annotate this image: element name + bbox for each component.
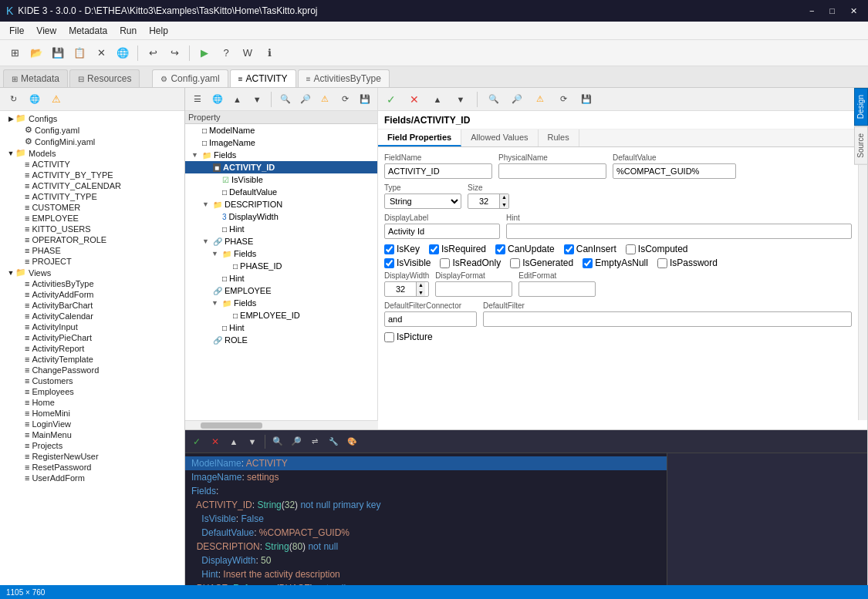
prop-node-hint[interactable]: □ Hint <box>185 223 377 235</box>
resources-button[interactable]: 🌐 <box>113 43 133 63</box>
tree-node-employee[interactable]: ≡ EMPLOYEE <box>0 213 184 224</box>
history-btn[interactable]: ⟳ <box>553 89 573 109</box>
tree-node-activityaddform[interactable]: ≡ ActivityAddForm <box>0 289 184 300</box>
emptyasnull-item[interactable]: EmptyAsNull <box>583 257 648 268</box>
phase-fields-expand[interactable]: ▼ <box>211 250 222 257</box>
tree-node-views[interactable]: ▼ 📁 Views <box>0 267 184 278</box>
tree-node-configminiyaml[interactable]: ⚙ ConfigMini.yaml <box>0 136 184 147</box>
open-button[interactable]: 📂 <box>26 43 46 63</box>
tree-node-homemini[interactable]: ≡ HomeMini <box>0 408 184 419</box>
empfields-expand[interactable]: ▼ <box>211 299 222 307</box>
tab-activitiesbytype[interactable]: ≡ ActivitiesByType <box>298 69 390 87</box>
search-btn[interactable]: 🔍 <box>484 89 504 109</box>
canupdate-item[interactable]: CanUpdate <box>495 244 555 254</box>
tab-rules[interactable]: Rules <box>539 130 579 146</box>
type-select[interactable]: String Integer Float Date Boolean <box>384 193 461 209</box>
prop-node-role[interactable]: 🔗 ROLE <box>185 334 377 346</box>
tree-node-activity-type[interactable]: ≡ ACTIVITY_TYPE <box>0 191 184 202</box>
iscomputed-checkbox[interactable] <box>626 244 636 254</box>
code-reject-btn[interactable]: ✕ <box>207 433 224 450</box>
minimize-button[interactable]: − <box>805 5 819 18</box>
menu-run[interactable]: Run <box>113 24 143 38</box>
tab-field-properties[interactable]: Field Properties <box>378 130 461 146</box>
emp-prop-expand[interactable] <box>202 287 213 294</box>
close-button[interactable]: ✕ <box>846 5 862 18</box>
redo-button[interactable]: ↪ <box>164 43 184 63</box>
menu-help[interactable]: Help <box>143 24 174 38</box>
size-spinner[interactable]: ▲ ▼ <box>468 193 509 209</box>
displaywidth-up[interactable]: ▲ <box>417 281 425 289</box>
code-format-btn[interactable]: ⇌ <box>306 433 323 450</box>
prop-node-phase-id[interactable]: □ PHASE_ID <box>185 260 377 272</box>
prop-node-employee[interactable]: 🔗 EMPLOYEE <box>185 284 377 297</box>
prop-history-btn[interactable]: ⟳ <box>336 89 354 109</box>
tree-node-loginview[interactable]: ≡ LoginView <box>0 419 184 429</box>
displaywidth-input[interactable] <box>385 283 416 295</box>
prop-node-displaywidth[interactable]: 3 DisplayWidth <box>185 210 377 223</box>
info-button[interactable]: ℹ <box>259 43 279 63</box>
configs-expand[interactable]: ▶ <box>6 115 15 123</box>
views-expand[interactable]: ▼ <box>6 269 15 277</box>
tab-configyaml[interactable]: ⚙ Config.yaml <box>152 69 228 87</box>
code-searchback-btn[interactable]: 🔎 <box>288 433 305 450</box>
tree-node-employees[interactable]: ≡ Employees <box>0 386 184 397</box>
tab-activity[interactable]: ≡ ACTIVITY <box>230 69 296 87</box>
description-expand[interactable]: ▼ <box>202 200 213 208</box>
new-button[interactable]: ⊞ <box>5 43 25 63</box>
ispassword-checkbox[interactable] <box>657 258 667 268</box>
tree-node-resetpassword[interactable]: ≡ ResetPassword <box>0 462 184 473</box>
design-tab[interactable]: Design <box>854 88 868 126</box>
prop-node-phase-hint[interactable]: □ Hint <box>185 272 377 284</box>
accept-button[interactable]: ✓ <box>381 89 401 109</box>
displaywidth-spinner[interactable]: ▲ ▼ <box>384 281 429 297</box>
tree-node-activitybarchart[interactable]: ≡ ActivityBarChart <box>0 300 184 311</box>
reject-button[interactable]: ✕ <box>404 89 424 109</box>
iskey-item[interactable]: IsKey <box>384 244 420 254</box>
defaultfilterconnector-input[interactable] <box>384 311 477 327</box>
down-btn[interactable]: ▼ <box>451 89 471 109</box>
tree-node-activity-calendar[interactable]: ≡ ACTIVITY_CALENDAR <box>0 180 184 191</box>
prop-up-btn[interactable]: ▲ <box>228 89 247 109</box>
displaywidth-down[interactable]: ▼ <box>417 289 425 297</box>
code-content[interactable]: ModelName: ACTIVITY ImageName: settings … <box>185 453 667 599</box>
tree-node-registernewuser[interactable]: ≡ RegisterNewUser <box>0 451 184 462</box>
emptyasnull-checkbox[interactable] <box>583 258 593 268</box>
prop-node-fields[interactable]: ▼ 📁 Fields <box>185 149 377 161</box>
isvisible-form-checkbox[interactable] <box>384 258 394 268</box>
tree-node-phase[interactable]: ≡ PHASE <box>0 245 184 256</box>
phase-prop-expand[interactable]: ▼ <box>202 237 213 245</box>
tree-node-changepassword[interactable]: ≡ ChangePassword <box>0 365 184 375</box>
prop-down-btn[interactable]: ▼ <box>248 89 266 109</box>
tree-node-configs[interactable]: ▶ 📁 Configs <box>0 113 184 124</box>
undo-button[interactable]: ↩ <box>143 43 163 63</box>
iskey-checkbox[interactable] <box>384 244 394 254</box>
tree-node-operator-role[interactable]: ≡ OPERATOR_ROLE <box>0 234 184 245</box>
prop-globe-btn[interactable]: 🌐 <box>208 89 227 109</box>
tab-resources[interactable]: ⊟ Resources <box>69 69 140 87</box>
size-input[interactable] <box>468 195 499 207</box>
sidebar-refresh-btn[interactable]: ↻ <box>3 89 23 109</box>
prop-warn-btn[interactable]: ⚠ <box>316 89 335 109</box>
tree-node-activitycalendar[interactable]: ≡ ActivityCalendar <box>0 311 184 321</box>
prop-node-modelname[interactable]: □ ModelName <box>185 124 377 136</box>
wiki-button[interactable]: W <box>238 43 258 63</box>
prop-node-isvisible[interactable]: ☑ IsVisible <box>185 173 377 186</box>
run-button[interactable]: ▶ <box>194 43 214 63</box>
prop-node-phase[interactable]: ▼ 🔗 PHASE <box>185 235 377 247</box>
prop-node-emp-hint[interactable]: □ Hint <box>185 321 377 334</box>
up-btn[interactable]: ▲ <box>427 89 448 109</box>
prop-zoomin-btn[interactable]: 🔍 <box>276 89 295 109</box>
save-button[interactable]: 💾 <box>48 43 68 63</box>
tree-node-customer[interactable]: ≡ CUSTOMER <box>0 202 184 213</box>
maximize-button[interactable]: □ <box>825 5 839 18</box>
code-down-btn[interactable]: ▼ <box>244 433 261 450</box>
tab-allowed-values[interactable]: Allowed Values <box>461 130 538 146</box>
tree-node-activityreport[interactable]: ≡ ActivityReport <box>0 343 184 354</box>
editformat-input[interactable] <box>518 281 596 297</box>
isreadonly-checkbox[interactable] <box>440 258 450 268</box>
defaultfilter-input[interactable] <box>483 311 852 327</box>
ispassword-item[interactable]: IsPassword <box>657 257 718 268</box>
code-search-btn[interactable]: 🔍 <box>269 433 286 450</box>
tree-node-activityinput[interactable]: ≡ ActivityInput <box>0 321 184 332</box>
tree-node-projects[interactable]: ≡ Projects <box>0 440 184 451</box>
